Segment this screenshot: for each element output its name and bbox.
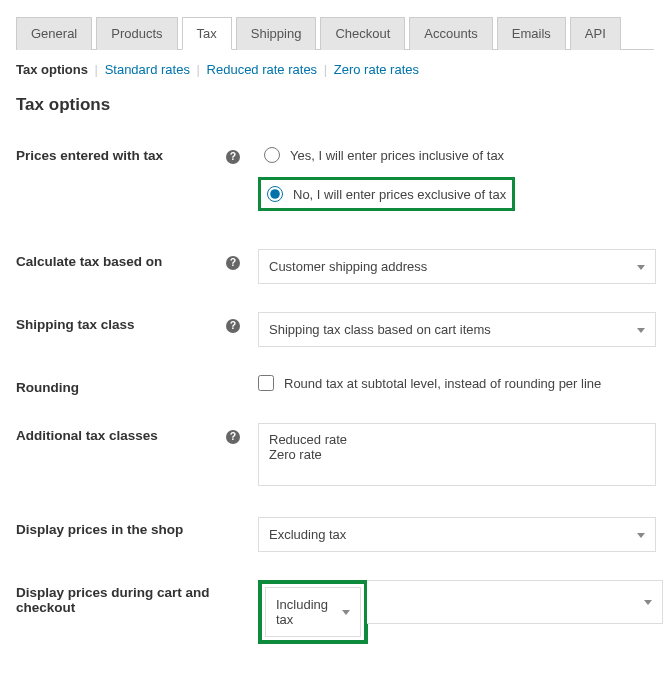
tab-checkout[interactable]: Checkout [320, 17, 405, 50]
row-shipping-tax-class: Shipping tax class ? Shipping tax class … [16, 312, 654, 347]
subnav-separator: | [324, 62, 327, 77]
radio-prices-exclusive[interactable]: No, I will enter prices exclusive of tax [258, 177, 515, 211]
subnav-tax-options[interactable]: Tax options [16, 62, 88, 77]
tax-subnav: Tax options | Standard rates | Reduced r… [16, 62, 654, 77]
label-display-shop: Display prices in the shop [16, 517, 226, 537]
radio-prices-inclusive-input[interactable] [264, 147, 280, 163]
page-title: Tax options [16, 95, 654, 115]
tab-general[interactable]: General [16, 17, 92, 50]
tab-api[interactable]: API [570, 17, 621, 50]
help-icon[interactable]: ? [226, 256, 240, 270]
checkbox-rounding-label: Round tax at subtotal level, instead of … [284, 376, 601, 391]
label-additional-tax-classes: Additional tax classes [16, 423, 226, 443]
tab-shipping[interactable]: Shipping [236, 17, 317, 50]
row-display-shop: Display prices in the shop Excluding tax [16, 517, 654, 552]
label-calculate-tax: Calculate tax based on [16, 249, 226, 269]
tab-products[interactable]: Products [96, 17, 177, 50]
subnav-standard-rates[interactable]: Standard rates [105, 62, 190, 77]
textarea-additional-tax-classes[interactable] [258, 423, 656, 486]
label-prices-entered-with-tax: Prices entered with tax [16, 143, 226, 163]
settings-tabs: General Products Tax Shipping Checkout A… [16, 16, 654, 50]
row-display-cart: Display prices during cart and checkout … [16, 580, 654, 644]
label-shipping-tax-class: Shipping tax class [16, 312, 226, 332]
radio-prices-inclusive-label: Yes, I will enter prices inclusive of ta… [290, 148, 504, 163]
checkbox-rounding[interactable]: Round tax at subtotal level, instead of … [258, 375, 654, 391]
tab-emails[interactable]: Emails [497, 17, 566, 50]
select-calculate-tax[interactable]: Customer shipping address [258, 249, 656, 284]
subnav-separator: | [95, 62, 98, 77]
select-shipping-tax-class[interactable]: Shipping tax class based on cart items [258, 312, 656, 347]
row-prices-entered-with-tax: Prices entered with tax ? Yes, I will en… [16, 143, 654, 221]
help-icon[interactable]: ? [226, 319, 240, 333]
subnav-reduced-rate-rates[interactable]: Reduced rate rates [207, 62, 318, 77]
subnav-separator: | [197, 62, 200, 77]
row-rounding: Rounding Round tax at subtotal level, in… [16, 375, 654, 395]
checkbox-rounding-input[interactable] [258, 375, 274, 391]
row-calculate-tax: Calculate tax based on ? Customer shippi… [16, 249, 654, 284]
help-icon[interactable]: ? [226, 430, 240, 444]
select-display-shop[interactable]: Excluding tax [258, 517, 656, 552]
radio-prices-exclusive-input[interactable] [267, 186, 283, 202]
highlight-display-cart: Including tax [258, 580, 368, 644]
label-display-cart: Display prices during cart and checkout [16, 580, 226, 615]
select-display-cart-dropdown[interactable] [367, 580, 663, 624]
help-icon[interactable]: ? [226, 150, 240, 164]
tab-accounts[interactable]: Accounts [409, 17, 492, 50]
radio-prices-inclusive[interactable]: Yes, I will enter prices inclusive of ta… [258, 143, 654, 167]
select-display-cart[interactable]: Including tax [265, 587, 361, 637]
label-rounding: Rounding [16, 375, 226, 395]
row-additional-tax-classes: Additional tax classes ? [16, 423, 654, 489]
subnav-zero-rate-rates[interactable]: Zero rate rates [334, 62, 419, 77]
tab-tax[interactable]: Tax [182, 17, 232, 50]
radio-prices-exclusive-label: No, I will enter prices exclusive of tax [293, 187, 506, 202]
